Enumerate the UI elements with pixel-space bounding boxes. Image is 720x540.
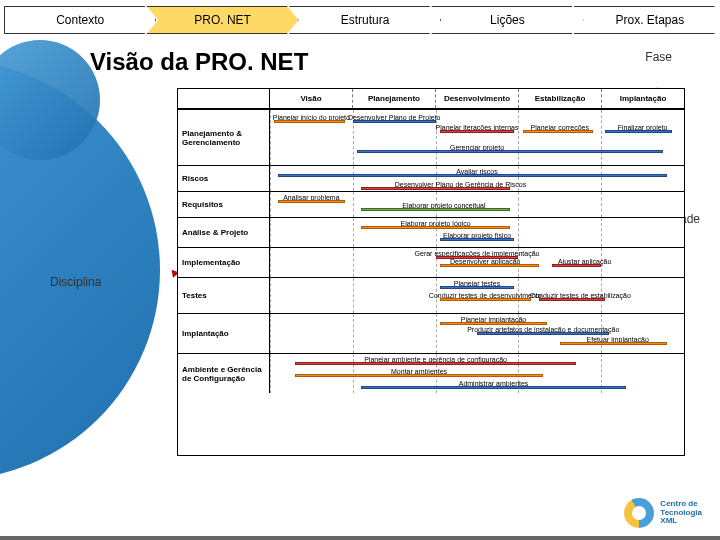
discipline-header: Requisitos [178,192,270,217]
nav-prox[interactable]: Prox. Etapas [574,6,720,34]
task-bar [477,332,609,335]
task-bar [605,130,671,133]
ph-plan: Planejamento [353,89,436,108]
logo-text: Centro deTecnologiaXML [660,500,702,526]
task-bar [357,150,663,153]
discipline-cells: Elaborar projeto lógicoElaborar projeto … [270,218,684,247]
ph-impl: Implantação [602,89,684,108]
discipline-header: Análise & Projeto [178,218,270,247]
task-bar [440,130,515,133]
ph-estab: Estabilização [519,89,602,108]
discipline-header: Implementação [178,248,270,277]
task-bar [560,342,668,345]
discipline-row: Análise & ProjetoElaborar projeto lógico… [178,217,684,247]
discipline-cells: Planejar implantaçãoProduzir artefatos d… [270,314,684,353]
nav-estrutura[interactable]: Estrutura [289,6,441,34]
task-bar [353,120,436,123]
process-matrix: Visão Planejamento Desenvolvimento Estab… [177,88,685,456]
label-fase: Fase [645,50,672,64]
task-bar [361,208,510,211]
task-bar [295,374,543,377]
discipline-header: Planejamento & Gerenciamento [178,110,270,165]
discipline-row: RequisitosAnalisar problemaElaborar proj… [178,191,684,217]
discipline-cells: Gerar especificações de implementaçãoDes… [270,248,684,277]
discipline-header: Implantação [178,314,270,353]
discipline-row: Planejamento & GerenciamentoPlanejar iní… [178,109,684,165]
discipline-cells: Analisar problemaElaborar projeto concei… [270,192,684,217]
discipline-row: ImplantaçãoPlanejar implantaçãoProduzir … [178,313,684,353]
task-bar [361,187,510,190]
discipline-header: Testes [178,278,270,313]
discipline-cells: Planejar início do projetoDesenvolver Pl… [270,110,684,165]
task-bar [440,264,539,267]
task-bar [274,120,344,123]
discipline-cells: Planejar ambiente e gerência de configur… [270,354,684,393]
task-bar [440,298,531,301]
task-bar [440,322,548,325]
phase-nav: Contexto PRO. NET Estrutura Lições Prox.… [4,6,716,34]
discipline-cells: Avaliar riscosDesenvolver Plano de Gerên… [270,166,684,191]
task-bar [440,286,515,289]
matrix-header: Visão Planejamento Desenvolvimento Estab… [178,89,684,109]
discipline-row: RiscosAvaliar riscosDesenvolver Plano de… [178,165,684,191]
ph-visao: Visão [270,89,353,108]
task-bar [295,362,577,365]
nav-contexto[interactable]: Contexto [4,6,156,34]
nav-pronet[interactable]: PRO. NET [146,6,298,34]
ph-dev: Desenvolvimento [436,89,519,108]
task-bar [523,130,593,133]
discipline-row: Ambiente e Gerência de ConfiguraçãoPlane… [178,353,684,393]
discipline-cells: Planejar testesConduzir testes de desenv… [270,278,684,313]
task-bar [361,226,510,229]
task-bar [539,298,605,301]
task-bar [361,386,626,389]
task-bar [278,200,344,203]
slide-title: Visão da PRO. NET [90,48,308,76]
task-bar [440,238,515,241]
arrow-fase [634,64,656,90]
label-disciplina: Disciplina [50,275,101,289]
discipline-header: Riscos [178,166,270,191]
logo: Centro deTecnologiaXML [624,498,702,528]
task-bar [278,174,667,177]
discipline-row: TestesPlanejar testesConduzir testes de … [178,277,684,313]
nav-licoes[interactable]: Lições [431,6,583,34]
discipline-row: ImplementaçãoGerar especificações de imp… [178,247,684,277]
discipline-header: Ambiente e Gerência de Configuração [178,354,270,393]
task-bar [552,264,602,267]
footer-bar [0,536,720,540]
logo-icon [624,498,654,528]
